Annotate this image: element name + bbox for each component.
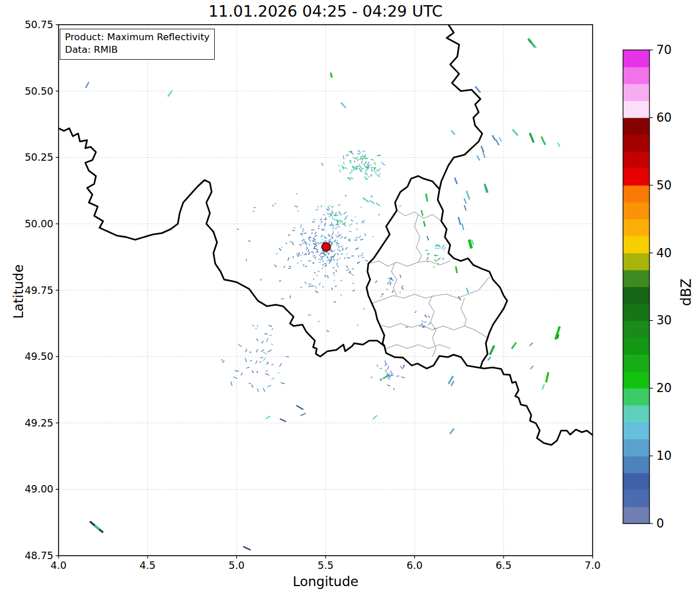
echo-streak — [264, 334, 268, 334]
echo-streak — [337, 224, 339, 225]
echo-streak — [266, 363, 268, 365]
echo-streak — [376, 203, 380, 206]
echo-streak — [338, 243, 339, 244]
echo-streak — [308, 249, 309, 252]
echo-streak — [222, 360, 225, 363]
echo-streak — [260, 358, 263, 358]
echo-streak — [86, 82, 89, 88]
echo-streak — [289, 266, 291, 267]
echo-streak — [308, 284, 311, 285]
colorbar-segment — [623, 473, 649, 490]
echo-streak — [317, 275, 318, 276]
echo-streak — [370, 200, 375, 203]
echo-streak — [385, 360, 385, 365]
echo-streak — [365, 260, 368, 261]
echo-streak — [466, 191, 469, 199]
echo-streak — [558, 143, 560, 147]
echo-streak — [252, 385, 253, 387]
colorbar-segment — [623, 219, 649, 237]
echo-streak — [362, 220, 365, 222]
echo-streak — [308, 315, 311, 316]
echo-streak — [360, 235, 361, 237]
echo-streak — [328, 207, 330, 210]
echo-streak — [387, 366, 389, 369]
echo-streak — [435, 247, 436, 249]
echo-streak — [335, 254, 335, 256]
echo-streak — [281, 298, 284, 299]
region-border — [392, 262, 397, 296]
echo-streak — [253, 207, 256, 208]
echo-streak — [279, 281, 281, 281]
product-info-box: Product: Maximum Reflectivity Data: RMIB — [60, 29, 215, 60]
echo-streak — [337, 226, 339, 227]
echo-streak — [275, 203, 276, 204]
echo-streak — [235, 370, 239, 371]
colorbar-tick-label: 50 — [656, 179, 672, 192]
echo-streak — [451, 381, 454, 386]
echo-streak — [271, 344, 273, 346]
echo-streak — [315, 291, 318, 292]
echo-streak — [241, 373, 242, 375]
echo-streak — [381, 294, 384, 294]
echo-streak — [246, 367, 249, 368]
echo-streak — [335, 228, 337, 229]
echo-streak — [371, 160, 374, 160]
echo-streak — [361, 160, 362, 164]
echo-streak — [436, 244, 437, 247]
echo-streak — [313, 219, 316, 220]
echo-streak — [327, 256, 328, 258]
echo-streak — [342, 222, 343, 223]
echo-streak — [337, 249, 339, 250]
echo-streak — [339, 215, 342, 215]
region-border — [415, 215, 421, 262]
echo-streak — [464, 205, 466, 210]
echo-streak — [365, 233, 366, 235]
echo-streak — [332, 227, 334, 228]
echo-streak — [335, 213, 337, 214]
echo-streak — [477, 156, 479, 161]
echo-streak — [308, 252, 310, 255]
echo-streak — [368, 162, 369, 165]
echo-streak — [530, 366, 533, 369]
echo-streak — [304, 239, 304, 241]
echo-streak — [307, 247, 308, 249]
colorbar-segment — [623, 84, 649, 101]
echo-streak — [376, 173, 376, 175]
echo-streak — [327, 213, 328, 215]
echo-streak — [442, 245, 444, 247]
echo-streak — [434, 328, 436, 329]
echo-streak — [530, 133, 534, 143]
echo-streak — [333, 231, 334, 232]
echo-streak — [375, 167, 376, 169]
echo-streak — [279, 363, 281, 367]
echo-streak — [348, 239, 351, 241]
colorbar-segment — [623, 253, 649, 270]
echo-streak — [371, 174, 372, 176]
echo-streak — [392, 290, 394, 293]
echo-streak — [341, 102, 346, 108]
echo-streak — [346, 269, 349, 271]
echo-streak — [512, 130, 517, 135]
echo-streak — [314, 272, 316, 274]
echo-streak — [345, 247, 347, 250]
echo-streak — [323, 215, 324, 215]
colorbar-segment — [623, 270, 649, 287]
echo-streak — [402, 288, 404, 289]
colorbar-segment — [623, 152, 649, 169]
colorbar-segment — [623, 405, 649, 422]
echo-streak — [443, 258, 443, 260]
map-plot-canvas: 4.04.55.05.56.06.57.048.7549.0049.2549.5… — [0, 0, 700, 597]
echo-streak — [322, 263, 324, 266]
echo-streak — [302, 253, 303, 253]
echo-streak — [338, 265, 338, 267]
echo-streak — [301, 261, 301, 262]
colorbar-segment — [623, 371, 649, 389]
echo-streak — [327, 260, 330, 261]
echo-streak — [324, 254, 326, 255]
echo-streak — [383, 376, 388, 379]
echo-streak — [492, 135, 495, 141]
echo-streak — [490, 346, 494, 355]
colorbar-segment — [623, 388, 649, 405]
echo-streak — [351, 169, 352, 171]
echo-streak — [300, 233, 302, 234]
